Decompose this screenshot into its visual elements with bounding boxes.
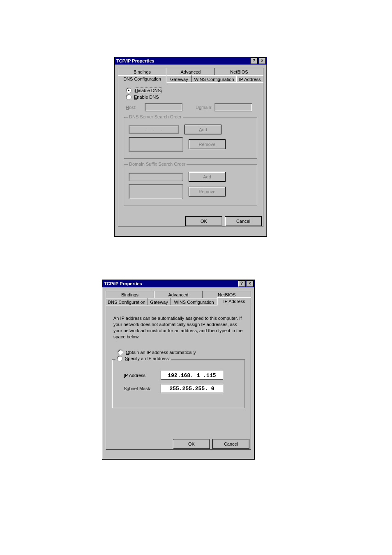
tab-dns-configuration[interactable]: DNS Configuration	[106, 298, 148, 305]
tab-gateway[interactable]: Gateway	[166, 75, 192, 83]
specify-ip-group: Specify an IP address: IP Address: 192.1…	[112, 359, 245, 408]
dns-server-search-order-group: DNS Server Search Order ... Add Remove	[124, 117, 257, 159]
tab-gateway[interactable]: Gateway	[148, 298, 171, 305]
radio-obtain-label: Obtain an IP address automatically	[126, 350, 196, 355]
radio-enable-dns-label: Enable DNS	[134, 95, 159, 99]
radio-obtain-auto[interactable]: Obtain an IP address automatically	[118, 349, 247, 355]
host-label: Host:	[126, 105, 142, 110]
ip-description: An IP address can be automatically assig…	[113, 315, 243, 340]
cancel-button[interactable]: Cancel	[225, 216, 262, 226]
help-icon[interactable]: ?	[250, 58, 258, 64]
domain-suffix-search-order-group: Domain Suffix Search Order Add Remove	[124, 164, 257, 206]
radio-specify-label: Specify an IP address:	[125, 356, 170, 361]
tab-wins-configuration[interactable]: WINS Configuration	[171, 298, 217, 305]
cancel-button[interactable]: Cancel	[212, 439, 249, 449]
titlebar[interactable]: TCP/IP Properties ? ×	[115, 57, 267, 65]
titlebar[interactable]: TCP/IP Properties ? ×	[102, 280, 254, 287]
radio-dot-icon	[126, 88, 131, 93]
close-icon[interactable]: ×	[246, 280, 254, 287]
domain-input	[214, 103, 252, 111]
group-legend: DNS Server Search Order	[128, 114, 183, 119]
remove-button: Remove	[189, 139, 226, 149]
radio-dot-icon	[117, 356, 122, 361]
add-button: Add	[184, 125, 221, 134]
ok-button[interactable]: OK	[173, 439, 210, 449]
window-title: TCP/IP Properties	[104, 281, 237, 286]
group-legend-radio[interactable]: Specify an IP address:	[115, 356, 171, 361]
help-icon[interactable]: ?	[238, 280, 245, 287]
group-legend: Domain Suffix Search Order	[128, 162, 187, 166]
tcpip-properties-dialog-ip: TCP/IP Properties ? × Bindings Advanced …	[102, 280, 255, 460]
radio-enable-dns[interactable]: Enable DNS	[126, 94, 259, 100]
dns-server-list	[129, 137, 183, 152]
tab-bindings[interactable]: Bindings	[106, 291, 154, 298]
tab-ip-address[interactable]: IP Address	[217, 297, 251, 305]
ip-address-input[interactable]: 192.168. 1 .115	[161, 371, 223, 380]
close-icon[interactable]: ×	[258, 58, 266, 64]
host-input	[145, 103, 182, 111]
radio-disable-dns[interactable]: Disable DNS	[126, 88, 259, 93]
tab-advanced[interactable]: Advanced	[154, 291, 203, 298]
radio-disable-dns-label: Disable DNS	[134, 88, 161, 93]
domain-label: Domain:	[196, 105, 212, 110]
radio-dot-icon	[126, 94, 131, 100]
add-button: Add	[189, 172, 226, 182]
radio-dot-icon	[118, 349, 123, 355]
domain-suffix-input	[129, 173, 183, 181]
subnet-mask-label: Subnet Mask:	[124, 386, 161, 391]
ok-button[interactable]: OK	[185, 216, 222, 226]
tab-advanced[interactable]: Advanced	[166, 68, 215, 75]
subnet-mask-input[interactable]: 255.255.255. 0	[161, 384, 223, 393]
window-title: TCP/IP Properties	[116, 58, 249, 63]
tab-wins-configuration[interactable]: WINS Configuration	[192, 75, 236, 83]
tab-dns-configuration[interactable]: DNS Configuration	[118, 75, 166, 83]
dns-server-ip-input: ...	[129, 125, 179, 134]
ip-address-label: IP Address:	[124, 373, 161, 378]
tab-ip-address[interactable]: IP Address	[236, 75, 263, 83]
remove-button: Remove	[189, 187, 226, 197]
tab-bindings[interactable]: Bindings	[118, 68, 166, 75]
tab-netbios[interactable]: NetBIOS	[215, 68, 263, 75]
tcpip-properties-dialog-dns: TCP/IP Properties ? × Bindings Advanced …	[114, 57, 267, 237]
domain-suffix-list	[129, 184, 183, 199]
